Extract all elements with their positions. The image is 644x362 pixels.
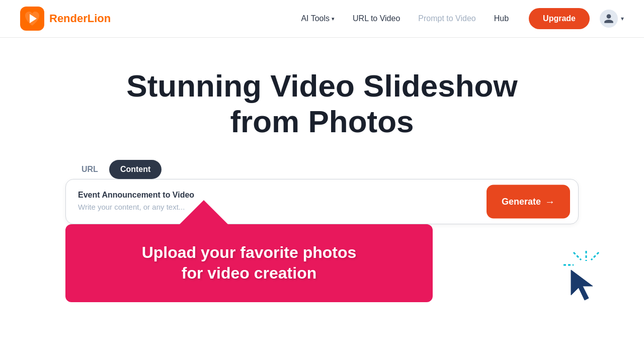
input-label: Event Announcement to Video — [78, 191, 477, 200]
nav-prompt-to-video[interactable]: Prompt to Video — [418, 14, 475, 23]
generate-button[interactable]: Generate → — [487, 185, 570, 218]
tab-bar: URL Content — [65, 160, 579, 179]
input-container: URL Content Event Announcement to Video … — [65, 160, 579, 302]
arrow-icon: → — [545, 196, 555, 207]
navbar: RenderLion AI Tools ▾ URL to Video Promp… — [0, 0, 644, 38]
svg-line-4 — [591, 252, 599, 260]
photo-banner-wrapper: Upload your favorite photos for video cr… — [65, 224, 579, 302]
user-avatar — [600, 10, 618, 28]
cursor-graphic — [558, 250, 609, 312]
tab-url[interactable]: URL — [70, 160, 109, 179]
logo-icon — [20, 7, 44, 31]
nav-ai-tools[interactable]: AI Tools ▾ — [301, 14, 335, 23]
photo-upload-banner[interactable]: Upload your favorite photos for video cr… — [65, 224, 433, 302]
banner-arrow — [176, 200, 231, 228]
logo[interactable]: RenderLion — [20, 7, 111, 31]
nav-hub[interactable]: Hub — [494, 14, 509, 23]
chevron-down-icon: ▾ — [332, 16, 335, 22]
svg-marker-6 — [571, 270, 593, 300]
tab-content[interactable]: Content — [109, 160, 162, 179]
logo-text: RenderLion — [49, 12, 111, 25]
banner-text: Upload your favorite photos for video cr… — [142, 242, 357, 284]
main-content: Stunning Video Slideshow from Photos URL… — [0, 38, 644, 302]
nav-url-to-video[interactable]: URL to Video — [353, 14, 400, 23]
user-menu[interactable]: ▾ — [600, 10, 624, 28]
cursor-icon — [558, 250, 609, 310]
content-input-box: Event Announcement to Video Write your c… — [65, 179, 579, 224]
svg-line-2 — [574, 252, 581, 260]
nav-links: AI Tools ▾ URL to Video Prompt to Video … — [301, 14, 509, 23]
input-placeholder: Write your content, or any text... — [78, 203, 477, 211]
upgrade-button[interactable]: Upgrade — [529, 8, 590, 29]
chevron-down-icon: ▾ — [621, 15, 624, 22]
page-headline: Stunning Video Slideshow from Photos — [126, 68, 517, 140]
